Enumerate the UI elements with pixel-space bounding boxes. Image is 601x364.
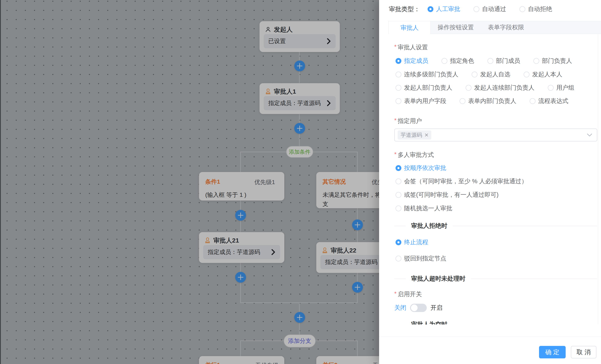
radio-icon [428,6,433,12]
tab-form-field-permission[interactable]: 表单字段权限 [481,21,531,34]
radio-label: 发起人连续部门负责人 [474,84,534,92]
approver-setting-row4: 表单内用户字段 表单内部门负责人 流程表达式 [396,98,568,104]
radio-starter-self-select[interactable]: 发起人自选 [472,70,510,79]
radio-icon [441,58,447,64]
radio-label: 按顺序依次审批 [404,164,446,172]
radio-label: 表单内用户字段 [404,97,446,105]
approver-setting-label: * 审批人设置 [394,43,428,51]
divider-line [453,324,597,325]
radio-sequential-approve[interactable]: 按顺序依次审批 [396,164,446,172]
radio-label: 流程表达式 [538,97,568,105]
radio-return-to-node[interactable]: 驳回到指定节点 [396,254,446,263]
user-tag-text: 芋道源码 [401,131,422,139]
radio-icon [396,192,401,198]
radio-dept-member[interactable]: 部门成员 [487,57,520,65]
radio-label: 部门负责人 [542,57,572,65]
required-asterisk: * [394,291,397,297]
radio-icon [396,239,401,245]
approver-setting-row1: 指定成员 指定角色 部门成员 部门负责人 [396,58,572,64]
radio-icon [524,71,530,77]
timeout-toggle[interactable] [410,304,427,312]
approval-type-label: 审批类型： [389,5,420,13]
multi-approve-option: 或签(可同时审批，有一人通过即可) [396,192,499,198]
radio-icon [396,205,401,211]
reject-option: 终止流程 [396,239,428,246]
radio-countersign[interactable]: 会签（可同时审批，至少 % 人必须审批通过） [396,177,527,185]
field-label-text: 启用开关 [398,290,422,298]
assign-user-select[interactable]: 芋道源码 [394,129,597,142]
multi-approve-option: 随机挑选一人审批 [396,205,452,212]
radio-assign-role[interactable]: 指定角色 [441,57,474,65]
radio-user-group[interactable]: 用户组 [548,84,574,92]
radio-label: 连续多级部门负责人 [404,70,458,79]
radio-label: 驳回到指定节点 [404,254,446,263]
multi-approve-option: 会签（可同时审批，至少 % 人必须审批通过） [396,178,527,185]
radio-dept-leader[interactable]: 部门负责人 [533,57,572,65]
radio-label: 指定成员 [404,57,428,65]
radio-icon [396,98,401,104]
radio-label: 发起人部门负责人 [404,84,452,92]
radio-icon [396,58,401,64]
radio-icon [460,98,465,104]
radio-process-expression[interactable]: 流程表达式 [530,97,568,105]
confirm-button[interactable]: 确 定 [539,346,566,358]
divider-title: 审批人为空时 [406,320,453,324]
tab-label: 表单字段权限 [488,23,524,32]
radio-icon [472,71,478,77]
divider-line [394,324,406,325]
radio-icon [396,85,401,91]
user-tag[interactable]: 芋道源码 [398,131,431,140]
radio-random-one[interactable]: 随机挑选一人审批 [396,204,452,212]
radio-orsign[interactable]: 或签(可同时审批，有一人通过即可) [396,191,499,199]
radio-starter-multi-dept-leader[interactable]: 发起人连续部门负责人 [466,84,534,92]
radio-label: 终止流程 [404,238,428,246]
radio-label: 发起人自选 [480,70,510,79]
switch-on-label: 开启 [431,304,442,312]
radio-assign-member[interactable]: 指定成员 [396,57,428,65]
approval-type-radio-auto-reject[interactable]: 自动拒绝 [520,5,552,13]
radio-label: 部门成员 [496,57,520,65]
close-icon[interactable] [425,133,428,137]
field-label-text: 指定用户 [398,117,422,125]
radio-icon [520,6,525,12]
enable-switch-label: * 启用开关 [394,290,422,298]
approver-setting-row2: 连续多级部门负责人 发起人自选 发起人本人 [396,71,562,78]
radio-label: 用户组 [556,84,574,92]
radio-icon [473,6,479,12]
divider-line [453,226,597,226]
radio-label: 或签(可同时审批，有一人通过即可) [404,191,499,199]
multi-approve-option: 按顺序依次审批 [396,165,446,172]
approval-type-radio-auto-pass[interactable]: 自动通过 [473,5,506,13]
radio-icon [530,98,535,104]
empty-section-divider: 审批人为空时 [394,321,597,324]
tab-label: 操作按钮设置 [438,23,474,32]
modal-mask [0,0,379,364]
tab-approver[interactable]: 审批人 [389,21,431,34]
radio-form-user-field[interactable]: 表单内用户字段 [396,97,446,105]
switch-off-label: 关闭 [394,304,406,312]
radio-starter-self[interactable]: 发起人本人 [524,70,562,79]
radio-label: 自动通过 [482,5,506,13]
toggle-knob [411,304,418,311]
radio-label: 自动拒绝 [528,5,552,13]
config-content[interactable]: * 审批人设置 指定成员 指定角色 部门成员 部门负责人 连续多级部门负责人 发… [379,34,601,324]
cancel-button[interactable]: 取 消 [571,346,596,358]
approval-type-radio-manual[interactable]: 人工审批 [428,5,460,13]
config-tabs: 审批人 操作按钮设置 表单字段权限 [389,21,601,34]
radio-icon [396,165,401,171]
divider-line [394,226,406,226]
field-label-text: 多人审批方式 [398,151,434,159]
reject-option: 驳回到指定节点 [396,255,446,262]
tab-button-settings[interactable]: 操作按钮设置 [431,21,481,34]
radio-starter-dept-leader[interactable]: 发起人部门负责人 [396,84,452,92]
required-asterisk: * [394,44,397,50]
radio-form-dept-leader[interactable]: 表单内部门负责人 [460,97,516,105]
divider-title: 审批人超时未处理时 [406,274,471,283]
field-label-text: 审批人设置 [398,43,428,51]
radio-icon [466,85,471,91]
radio-multi-level-dept-leader[interactable]: 连续多级部门负责人 [396,70,458,79]
radio-terminate-process[interactable]: 终止流程 [396,238,428,246]
radio-label: 人工审批 [436,5,460,13]
radio-label: 指定角色 [450,57,474,65]
approval-config-panel: 审批类型： 人工审批 自动通过 自动拒绝 审批人 操作按钮设置 表单字段权限 *… [379,0,601,364]
